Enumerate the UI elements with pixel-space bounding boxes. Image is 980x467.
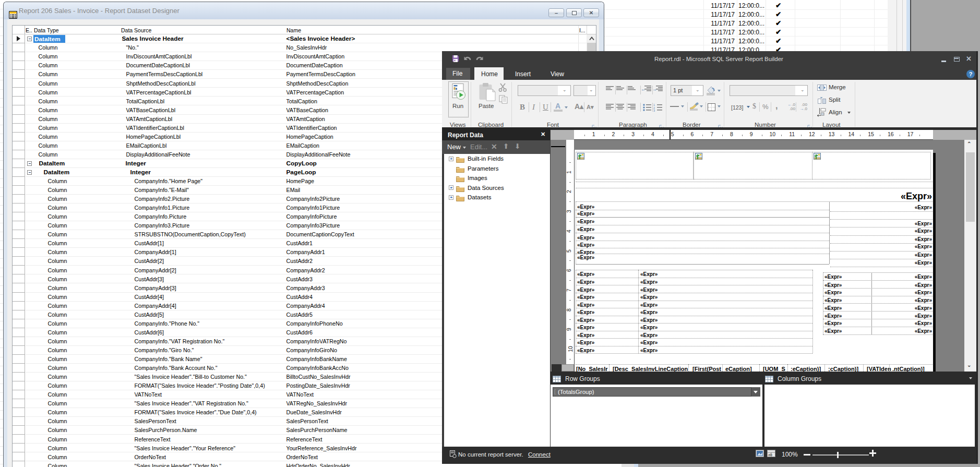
svg-text:3: 3	[653, 109, 655, 112]
svg-text:ab: ab	[768, 453, 772, 457]
